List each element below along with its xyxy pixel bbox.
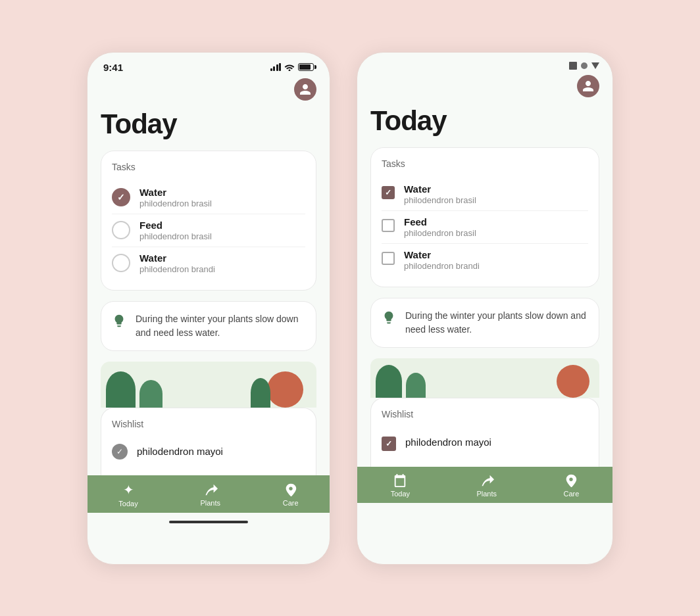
wishlist-item-1-right[interactable]: ✓ philodendron mayoi xyxy=(382,429,588,456)
nav-care-left[interactable]: Care xyxy=(283,483,299,507)
page-title-left: Today xyxy=(88,106,330,151)
task-sub-1-right: philodendron brasil xyxy=(404,195,476,205)
task-text-3-right: Water philodendron brandi xyxy=(404,249,480,271)
task-sub-1-left: philodendron brasil xyxy=(139,199,212,208)
wishlist-text-left: philodendron mayoi xyxy=(137,446,223,457)
today-nav-icon-right xyxy=(393,473,407,488)
task-sub-2-left: philodendron brasil xyxy=(139,231,212,241)
wishlist-text-right: philodendron mayoi xyxy=(405,437,491,448)
nav-today-left[interactable]: ✦ Today xyxy=(118,482,138,508)
checkmark-1: ✓ xyxy=(117,193,125,202)
nav-today-right[interactable]: Today xyxy=(391,473,410,498)
status-bar-right xyxy=(357,53,612,75)
task-item-2-right[interactable]: Feed philodendron brasil xyxy=(382,210,588,243)
wishlist-checkmark-right: ✓ xyxy=(386,439,392,448)
nav-care-label-right: Care xyxy=(563,490,579,498)
tasks-card-left: Tasks ✓ Water philodendron brasil Feed p… xyxy=(101,151,316,291)
nav-today-label-right: Today xyxy=(391,490,410,498)
wishlist-card-left: Wishlist ✓ philodendron mayoi xyxy=(101,408,316,475)
tip-text-left: During the winter your plants slow down … xyxy=(136,312,305,340)
task-sub-3-right: philodendron brandi xyxy=(404,261,480,271)
checkbox-water-2-right[interactable] xyxy=(382,252,395,265)
checkbox-water-1-right[interactable]: ✓ xyxy=(382,186,395,199)
task-name-2-left: Feed xyxy=(139,220,212,231)
profile-icon-right[interactable] xyxy=(577,75,599,97)
bulb-icon-right xyxy=(382,310,396,329)
bulb-icon-left xyxy=(112,314,126,332)
checkbox-feed-left[interactable] xyxy=(112,221,130,239)
home-bar xyxy=(169,521,248,523)
task-text-1-right: Water philodendron brasil xyxy=(404,183,476,205)
care-nav-icon-left xyxy=(284,483,298,497)
tasks-card-right: Tasks ✓ Water philodendron brasil Feed p… xyxy=(370,147,599,287)
task-item-1-left[interactable]: ✓ Water philodendron brasil xyxy=(112,181,305,214)
nav-today-label-left: Today xyxy=(118,500,138,508)
signal-icon xyxy=(270,63,282,71)
task-text-1-left: Water philodendron brasil xyxy=(139,187,212,208)
nav-plants-label-right: Plants xyxy=(476,490,497,498)
checkbox-water-1-left[interactable]: ✓ xyxy=(112,188,130,206)
android-status-icon-1 xyxy=(569,62,577,70)
task-item-1-right[interactable]: ✓ Water philodendron brasil xyxy=(382,178,588,210)
nav-plants-right[interactable]: Plants xyxy=(476,473,497,498)
task-name-1-left: Water xyxy=(139,187,212,198)
wishlist-checkbox-right[interactable]: ✓ xyxy=(382,437,396,451)
task-item-3-right[interactable]: Water philodendron brandi xyxy=(382,243,588,276)
page-title-right: Today xyxy=(357,103,612,147)
bottom-nav-right: Today Plants Care xyxy=(357,467,612,503)
tip-text-right: During the winter your plants slow down … xyxy=(405,309,588,337)
task-name-2-right: Feed xyxy=(404,216,476,227)
plants-nav-icon-left xyxy=(203,483,218,497)
care-nav-icon-right xyxy=(564,473,578,488)
wishlist-label-left: Wishlist xyxy=(112,419,305,429)
task-text-3-left: Water philodendron brandi xyxy=(139,252,215,274)
right-phone: Today Tasks ✓ Water philodendron brasil … xyxy=(357,52,613,565)
wishlist-checkbox-left[interactable]: ✓ xyxy=(112,444,128,460)
task-sub-2-right: philodendron brasil xyxy=(404,228,476,238)
bottom-nav-left: ✦ Today Plants Care xyxy=(88,475,330,513)
wishlist-label-right: Wishlist xyxy=(382,409,588,419)
task-sub-3-left: philodendron brandi xyxy=(139,264,215,274)
wishlist-item-1-left[interactable]: ✓ philodendron mayoi xyxy=(112,438,305,465)
tasks-label-left: Tasks xyxy=(112,162,305,172)
nav-care-right[interactable]: Care xyxy=(563,473,579,498)
task-name-3-left: Water xyxy=(139,252,215,264)
home-indicator xyxy=(88,513,330,531)
plants-decor-right xyxy=(370,358,599,398)
task-text-2-right: Feed philodendron brasil xyxy=(404,216,476,238)
checkbox-feed-right[interactable] xyxy=(382,219,395,232)
task-name-1-right: Water xyxy=(404,183,476,195)
profile-row-right xyxy=(357,75,612,103)
profile-icon[interactable] xyxy=(294,78,316,101)
plants-nav-icon-right xyxy=(480,473,494,488)
task-name-3-right: Water xyxy=(404,249,480,260)
tip-card-left: During the winter your plants slow down … xyxy=(101,301,316,351)
tasks-label-right: Tasks xyxy=(382,158,588,169)
wifi-icon xyxy=(284,63,295,71)
battery-icon xyxy=(298,63,314,71)
tip-card-right: During the winter your plants slow down … xyxy=(370,298,599,348)
status-icons xyxy=(270,63,314,71)
left-phone: 9:41 xyxy=(87,52,330,565)
wishlist-card-right: Wishlist ✓ philodendron mayoi xyxy=(370,398,599,467)
today-nav-icon-left: ✦ xyxy=(123,482,134,498)
task-text-2-left: Feed philodendron brasil xyxy=(139,220,212,241)
android-status-triangle xyxy=(591,62,599,69)
status-bar-left: 9:41 xyxy=(88,53,330,78)
task-item-3-left[interactable]: Water philodendron brandi xyxy=(112,247,305,279)
nav-care-label-left: Care xyxy=(283,499,299,507)
task-item-2-left[interactable]: Feed philodendron brasil xyxy=(112,214,305,247)
nav-plants-left[interactable]: Plants xyxy=(200,483,220,507)
nav-plants-label-left: Plants xyxy=(200,499,220,507)
profile-row xyxy=(88,78,330,106)
android-status-dot xyxy=(581,62,588,69)
time-display: 9:41 xyxy=(103,62,123,73)
checkbox-water-2-left[interactable] xyxy=(112,254,130,272)
checkmark-sq-1: ✓ xyxy=(385,188,391,197)
